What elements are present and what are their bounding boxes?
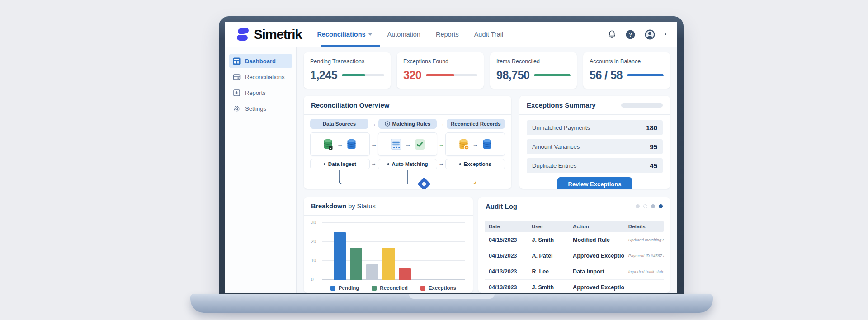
arrow-right-icon: → <box>337 141 343 148</box>
audit-cell-action: Approved Exception <box>569 280 624 293</box>
y-tick-label: 0 <box>311 277 314 282</box>
nav-icons: ? <box>608 29 666 40</box>
audit-cell-user: J. Smith <box>528 280 569 293</box>
nav-item-audit-trail[interactable]: Audit Trail <box>474 31 503 38</box>
help-icon[interactable]: ? <box>626 30 635 39</box>
nav-menu: Reconciliations Automation Reports Audit… <box>317 31 503 38</box>
sidebar-item-reports[interactable]: Reports <box>229 85 292 100</box>
audit-cell-date: 04/13/2023 <box>485 264 528 280</box>
kpi-card-exceptions-found: Exceptions Found 320 <box>397 52 484 89</box>
database-yellow-icon <box>458 138 469 150</box>
database-blue-icon <box>346 138 357 150</box>
dashboard-icon <box>233 57 241 65</box>
reconciliation-flow-diagram: Data Sources → Matching Rules → <box>304 115 511 189</box>
bar-series-2 <box>366 264 378 280</box>
reports-icon <box>233 89 241 97</box>
panel-title: Exceptions Summary <box>527 101 596 109</box>
kpi-progress-bar <box>426 74 477 76</box>
sidebar-item-label: Reports <box>245 89 266 96</box>
sidebar-item-settings[interactable]: Settings <box>229 101 292 116</box>
database-blue-icon <box>481 138 493 150</box>
header-skeleton-pill <box>621 103 663 108</box>
top-navbar: Simetrik Reconciliations Automation Repo… <box>225 22 677 47</box>
nav-item-reports[interactable]: Reports <box>436 31 459 38</box>
legend-swatch <box>420 286 425 291</box>
pagination-dot[interactable] <box>651 204 655 208</box>
exceptions-summary-panel: Exceptions Summary Unmatched Payments 18… <box>519 96 670 189</box>
legend-label: Exceptions <box>429 285 456 291</box>
arrow-right-icon: → <box>439 141 444 148</box>
bar-exceptions <box>399 268 411 280</box>
chevron-down-icon <box>368 33 372 36</box>
sidebar-item-dashboard[interactable]: Dashboard <box>229 54 292 68</box>
kpi-label: Exceptions Found <box>403 58 477 65</box>
bell-icon[interactable] <box>608 30 616 39</box>
legend-item-pending: Pending <box>330 285 359 291</box>
svg-text:?: ? <box>629 32 632 38</box>
app-window: Simetrik Reconciliations Automation Repo… <box>225 22 677 293</box>
arrow-right-icon: → <box>472 141 478 148</box>
kpi-value: 320 <box>403 69 421 82</box>
legend-label: Pending <box>339 285 359 291</box>
sidebar-item-label: Settings <box>245 105 266 112</box>
legend-swatch <box>372 286 377 291</box>
audit-cell-date: 04/13/2023 <box>485 280 528 293</box>
panel-title: Reconciliation Overview <box>311 101 389 109</box>
panel-title: Audit Log <box>486 202 517 210</box>
flow-step-label: Exceptions <box>445 159 505 169</box>
bars-group <box>334 223 411 280</box>
bar-series-3 <box>382 248 395 280</box>
kpi-value: 1,245 <box>310 69 337 82</box>
kpi-card-accounts-in-balance: Accounts in Balance 56 / 58 <box>583 52 670 89</box>
arrow-right-icon: → <box>371 160 377 166</box>
active-nav-underline <box>321 45 380 47</box>
kpi-value: 56 / 58 <box>590 69 623 82</box>
stage-data-sources: Data Sources <box>310 119 368 129</box>
kpi-label: Accounts in Balance <box>590 58 664 65</box>
simetrik-logo-icon <box>236 27 250 42</box>
audit-cell-action: Modified Rule <box>569 232 624 248</box>
column-header-date: Date <box>485 221 528 232</box>
legend-swatch <box>330 286 335 291</box>
laptop-base <box>190 294 713 313</box>
pagination-dot[interactable] <box>636 204 640 208</box>
sidebar-item-reconciliations[interactable]: Reconciliations <box>229 70 292 84</box>
pagination-dot-active[interactable] <box>659 204 663 208</box>
database-green-icon <box>322 138 334 150</box>
exception-row-amount-variances[interactable]: Amount Variances 95 <box>527 139 663 154</box>
column-header-action: Action <box>569 221 624 232</box>
avatar[interactable] <box>645 29 655 40</box>
audit-cell-action: Approved Exception <box>569 248 624 264</box>
audit-cell-user: A. Patel <box>528 248 569 264</box>
audit-cell-user: R. Lee <box>528 264 569 280</box>
kpi-progress-bar <box>627 74 664 76</box>
pagination-dot[interactable] <box>643 204 647 208</box>
review-exceptions-button[interactable]: Review Exceptions <box>557 177 632 189</box>
check-icon <box>414 139 425 150</box>
arrow-right-icon: → <box>370 121 377 127</box>
flow-step-auto-matching: → Auto Matching <box>378 132 438 169</box>
kpi-value: 98,750 <box>496 69 529 82</box>
legend-item-reconciled: Reconciled <box>372 285 407 291</box>
nav-item-reconciliations[interactable]: Reconciliations <box>317 31 372 38</box>
menu-dot-icon[interactable] <box>665 33 666 35</box>
table-row[interactable]: 04/13/2023J. SmithApproved Exception <box>485 280 664 293</box>
nav-item-automation[interactable]: Automation <box>387 31 420 38</box>
chart-legend: PendingReconciledExceptions <box>322 285 465 291</box>
kpi-row: Pending Transactions 1,245 Exceptions Fo… <box>304 52 670 89</box>
exception-row-unmatched-payments[interactable]: Unmatched Payments 180 <box>527 120 663 135</box>
reconciliation-overview-panel: Reconciliation Overview Data Sources → <box>304 96 511 189</box>
exception-row-duplicate-entries[interactable]: Duplicate Entries 45 <box>527 158 663 173</box>
logo-text: Simetrik <box>254 27 302 42</box>
y-tick-label: 30 <box>311 220 316 225</box>
table-row[interactable]: 04/15/2023J. SmithModified RuleUpdated m… <box>485 232 664 248</box>
flow-connectors <box>310 170 505 189</box>
audit-cell-user: J. Smith <box>528 232 569 248</box>
kpi-card-pending-transactions: Pending Transactions 1,245 <box>304 52 391 89</box>
stage-reconciled-records: Reconciled Records <box>447 119 505 129</box>
kpi-progress-bar <box>342 74 384 76</box>
panel-title: Breakdown by Status <box>311 202 376 210</box>
table-row[interactable]: 04/16/2023A. PatelApproved ExceptionPaym… <box>485 248 664 264</box>
table-row[interactable]: 04/13/2023R. LeeData ImportImported bank… <box>485 264 664 280</box>
rules-list-icon <box>390 138 402 150</box>
